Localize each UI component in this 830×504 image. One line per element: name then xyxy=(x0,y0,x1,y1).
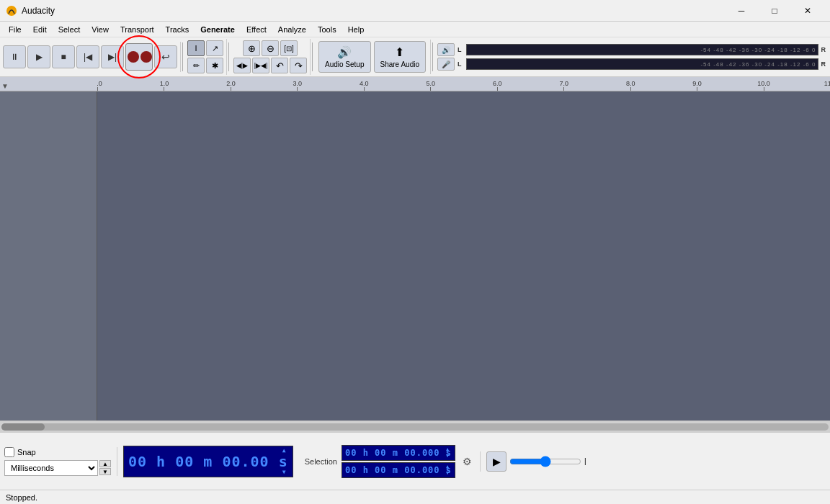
snap-arrows: ▲ ▼ xyxy=(99,460,111,475)
input-meter-icon[interactable]: 🎤 xyxy=(437,58,455,71)
play-button[interactable]: ▶ xyxy=(27,45,50,68)
redo-button[interactable]: ↷ xyxy=(290,58,307,73)
maximize-button[interactable]: □ xyxy=(758,0,791,22)
track-waveform[interactable] xyxy=(97,91,830,420)
output-meter-icon[interactable]: 🔊 xyxy=(437,43,455,56)
zoom-in-button[interactable]: ⊕ xyxy=(243,40,260,56)
menu-help[interactable]: Help xyxy=(342,22,370,37)
zoom-row1: ⊕ ⊖ [⊡] xyxy=(243,40,298,56)
snap-row: Snap xyxy=(4,447,111,457)
snap-checkbox[interactable] xyxy=(4,447,14,457)
loop-button[interactable]: ↩ xyxy=(154,45,177,68)
title-left: Audacity xyxy=(6,5,55,17)
ruler-tick: 7.0 xyxy=(563,87,564,91)
meters-area: 🔊 L -54 -48 -42 -36 -30 -24 -18 -12 -6 0… xyxy=(434,41,830,73)
ruler-tick: 6.0 xyxy=(497,87,498,91)
stop-button[interactable]: ■ xyxy=(52,45,75,68)
trim-button[interactable]: ◀|▶ xyxy=(233,58,251,73)
speed-marker: | xyxy=(584,457,586,465)
timeline-ruler: ▼ 0.01.02.03.04.05.06.07.08.09.010.011.0 xyxy=(0,77,830,91)
select-tool-button[interactable]: I xyxy=(187,40,205,56)
toolbar-separator-4 xyxy=(432,42,433,71)
toolbar-separator-3 xyxy=(312,42,313,71)
menu-tracks[interactable]: Tracks xyxy=(160,22,195,37)
output-L-label: L xyxy=(458,46,462,53)
envelope-tool-button[interactable]: ↗ xyxy=(206,40,223,56)
menu-tools[interactable]: Tools xyxy=(312,22,342,37)
horizontal-scrollbar xyxy=(0,420,830,432)
close-button[interactable]: ✕ xyxy=(791,0,824,22)
snap-down-button[interactable]: ▼ xyxy=(99,468,111,475)
play-at-speed-button[interactable]: ▶ xyxy=(486,451,507,472)
ruler-tick: 0.0 xyxy=(97,87,98,91)
title-bar: Audacity ─ □ ✕ xyxy=(0,0,830,22)
milliseconds-select[interactable]: Milliseconds Seconds hh:mm:ss Samples 44… xyxy=(4,460,98,476)
title-controls: ─ □ ✕ xyxy=(725,0,824,22)
input-meter-scale: -54 -48 -42 -36 -30 -24 -18 -12 -6 0 xyxy=(468,61,816,68)
record-button[interactable] xyxy=(125,43,153,71)
input-meter-bar: -54 -48 -42 -36 -30 -24 -18 -12 -6 0 xyxy=(466,58,818,70)
menu-generate[interactable]: Generate xyxy=(195,22,241,37)
input-L-label: L xyxy=(458,60,462,68)
time-down-arrow[interactable]: ▼ xyxy=(282,469,291,475)
undo-button[interactable]: ↶ xyxy=(271,58,288,73)
scrollbar-track[interactable] xyxy=(1,423,829,431)
selection-displays: 00 h 00 m 00.000 s ▲ ▼ 00 h 00 m 00.000 … xyxy=(342,445,455,478)
selection-start-display: 00 h 00 m 00.000 s ▲ ▼ xyxy=(342,445,455,461)
menu-view[interactable]: View xyxy=(86,22,115,37)
zoom-out-button[interactable]: ⊖ xyxy=(262,40,279,56)
milliseconds-row: Milliseconds Seconds hh:mm:ss Samples 44… xyxy=(4,460,111,476)
sel-end-up[interactable]: ▲ xyxy=(446,464,453,469)
ruler-tick: 3.0 xyxy=(297,87,298,91)
ruler-track-header: ▼ xyxy=(0,77,97,91)
bottom-bar: Snap Milliseconds Seconds hh:mm:ss Sampl… xyxy=(0,432,830,490)
play-at-speed-section: ▶ | xyxy=(480,451,586,472)
zoom-fit-selection-button[interactable]: [⊡] xyxy=(280,40,298,56)
audio-setup-button[interactable]: 🔊 Audio Setup xyxy=(318,41,371,73)
menu-select[interactable]: Select xyxy=(53,22,86,37)
main-content xyxy=(0,91,830,420)
toolbars: ⏸ ▶ ■ |◀ ▶| ↩ I ↗ ✏ ✱ xyxy=(0,37,830,77)
output-meter-bar: -54 -48 -42 -36 -30 -24 -18 -12 -6 0 xyxy=(466,44,818,55)
menu-analyze[interactable]: Analyze xyxy=(272,22,312,37)
sel-start-down[interactable]: ▼ xyxy=(446,453,453,459)
time-value: 00 h 00 m 00.00 s xyxy=(128,453,288,470)
speed-slider[interactable] xyxy=(509,456,581,467)
output-R-label: R xyxy=(821,46,826,53)
svg-point-0 xyxy=(6,6,17,16)
status-text: Stopped. xyxy=(6,493,37,502)
menu-edit[interactable]: Edit xyxy=(27,22,53,37)
share-audio-button[interactable]: ⬆ Share Audio xyxy=(374,41,427,73)
sel-end-arrows: ▲ ▼ xyxy=(446,463,453,477)
ruler-header-label: ▼ xyxy=(0,81,10,91)
ruler-tick: 1.0 xyxy=(164,87,164,91)
snap-up-button[interactable]: ▲ xyxy=(99,460,111,467)
ruler-tick: 2.0 xyxy=(231,87,231,91)
multi-tool-button[interactable]: ✱ xyxy=(206,58,223,73)
ruler-tick: 5.0 xyxy=(430,87,431,91)
sel-start-up[interactable]: ▲ xyxy=(446,446,453,452)
record-button-container xyxy=(125,43,153,71)
output-meter-scale: -54 -48 -42 -36 -30 -24 -18 -12 -6 0 xyxy=(468,47,816,53)
speed-slider-container: | xyxy=(509,456,586,467)
sel-start-value: 00 h 00 m 00.000 s xyxy=(345,448,452,458)
pause-button[interactable]: ⏸ xyxy=(3,45,26,68)
selection-gear-button[interactable]: ⚙ xyxy=(460,454,474,469)
rewind-button[interactable]: |◀ xyxy=(76,45,99,68)
sel-end-down[interactable]: ▼ xyxy=(446,470,453,476)
time-up-arrow[interactable]: ▲ xyxy=(282,448,291,454)
app-icon xyxy=(6,5,17,17)
ruler-tick: 4.0 xyxy=(364,87,365,91)
forward-button[interactable]: ▶| xyxy=(101,45,124,68)
ruler-tick: 9.0 xyxy=(697,87,697,91)
menu-transport[interactable]: Transport xyxy=(115,22,160,37)
menu-effect[interactable]: Effect xyxy=(241,22,272,37)
selection-label: Selection xyxy=(305,457,337,466)
minimize-button[interactable]: ─ xyxy=(725,0,758,22)
audio-setup-area: 🔊 Audio Setup ⬆ Share Audio xyxy=(314,40,431,74)
zoom-toolbar: ⊕ ⊖ [⊡] ◀|▶ |▶◀| ↶ ↷ xyxy=(231,39,311,75)
silence-button[interactable]: |▶◀| xyxy=(252,58,269,73)
draw-tool-button[interactable]: ✏ xyxy=(187,58,205,73)
scrollbar-thumb[interactable] xyxy=(1,423,45,431)
menu-file[interactable]: File xyxy=(3,22,27,37)
